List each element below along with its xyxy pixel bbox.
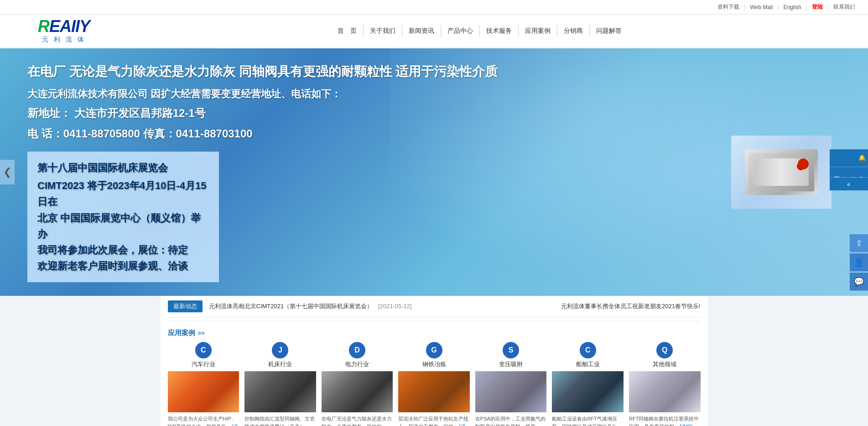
case-item-steel[interactable]: G 钢铁冶炼 层流冷却广泛应用于热轧生产线上，层流水无都有一定的... [详细] (398, 342, 470, 426)
case-label-transform: 变压吸附 (499, 360, 523, 368)
divider1 (168, 321, 701, 321)
case-img-power (322, 371, 393, 412)
service-label-bell: 🔔 (830, 149, 868, 167)
main-nav: 首 页 关于我们 新闻资讯 产品中心 技术服务 应用案例 分销商 问题解答 (119, 25, 841, 37)
english-link[interactable]: English (783, 4, 801, 11)
case-img-ship (552, 371, 624, 412)
nav-news[interactable]: 新闻资讯 (402, 25, 441, 37)
ticker-item1-text: 元利流体亮相北京CIMT2021（第十七届中国国际机床展览会） (209, 303, 373, 310)
case-item-power[interactable]: D 电力行业 在电厂无论是气力除灰还是水力除灰，介质中都有一定的粉... [详细… (322, 342, 393, 426)
hero-title: 在电厂 无论是气力除灰还是水力除灰 同轴阀具有更强的耐颗粒性 适用于污染性介质 (27, 62, 841, 81)
case-item-other[interactable]: Q 其他领域 RFT同轴阀在磨拉机注塑系统中应用，具有更强的耐... [详细] (629, 342, 701, 426)
case-icon-car: C (195, 342, 212, 358)
case-item-ship[interactable]: C 船舶工业 船舶工业设备由RFT气液增压泵、同轴阀以及减压阀以及S... [详… (552, 342, 624, 426)
main-content: 最新动态 元利流体亮相北京CIMT2021（第十七届中国国际机床展览会） [20… (0, 296, 868, 426)
ticker-label: 最新动态 (168, 300, 203, 312)
case-img-machine (244, 371, 316, 412)
ticker-item1-date: [2021-05-12] (378, 303, 412, 310)
chat-float-button[interactable]: 💬 (850, 273, 868, 291)
hero-phone: 电 话：0411-88705800 传真：0411-88703100 (27, 125, 841, 142)
nav-products[interactable]: 产品中心 (441, 25, 480, 37)
case-label-power: 电力行业 (345, 360, 369, 368)
nav-cases[interactable]: 应用案例 (519, 25, 557, 37)
ticker-item2[interactable]: 元利流体董事长携全体员工祝新老朋友2021春节快乐! (561, 302, 701, 310)
case-item-machine[interactable]: J 机床行业 控制阀组由汇流型同轴阀、主管路或支管路流量计（开关）... [详细… (244, 342, 316, 426)
case-label-machine: 机床行业 (268, 360, 292, 368)
case-img-car (168, 371, 239, 412)
case-item-car[interactable]: C 汽车行业 我公司是为大众公司生产HIP、RIP系统的企业，根据多年... [… (168, 342, 239, 426)
prev-slide-button[interactable]: ❮ (0, 160, 15, 184)
app-cases-title: 应用案例 (168, 329, 195, 337)
hero-line2: 大连元利流体技术有限公司 因扩大经营需要变更经营地址、电话如下： (27, 86, 841, 102)
service-text-label: 在线客服 (833, 172, 865, 173)
case-img-steel (398, 371, 470, 412)
service-collapse-button[interactable]: « (830, 178, 868, 190)
case-img-other (629, 371, 701, 412)
case-desc-other: RFT同轴阀在磨拉机注塑系统中应用，具有更强的耐... [详细] (629, 415, 701, 426)
infobox-line1: CIMT2023 将于2023年4月10日-4月15日在 (37, 178, 209, 210)
nav-service[interactable]: 技术服务 (480, 25, 519, 37)
hero-infobox: 第十八届中国国际机床展览会 CIMT2023 将于2023年4月10日-4月15… (27, 152, 219, 282)
app-cases-grid: C 汽车行业 我公司是为大众公司生产HIP、RIP系统的企业，根据多年... [… (168, 342, 701, 426)
infobox-line3: 我司将参加此次展会，展位：待定 (37, 242, 209, 258)
login-link[interactable]: 登陆 (812, 3, 823, 11)
case-img-transform (475, 371, 547, 412)
logo-sub: 元 利 流 体 (42, 36, 86, 44)
nav-about[interactable]: 关于我们 (364, 25, 402, 37)
app-cases-arrow[interactable]: >> (198, 330, 205, 337)
nav-distributor[interactable]: 分销商 (557, 25, 590, 37)
right-float-buttons: ⇧ 👤 💬 (850, 234, 868, 291)
logo[interactable]: REAIIY 元 利 流 体 (27, 18, 100, 44)
online-service-sidebar: 🔔 在线客服 « (830, 149, 868, 190)
share-float-button[interactable]: ⇧ (850, 234, 868, 252)
case-desc-ship: 船舶工业设备由RFT气液增压泵、同轴阀以及减压阀以及S... [详细] (552, 415, 624, 426)
content-inner: 最新动态 元利流体亮相北京CIMT2021（第十七届中国国际机床展览会） [20… (161, 296, 708, 426)
online-service-text[interactable]: 在线客服 (830, 167, 868, 178)
nav-faq[interactable]: 问题解答 (590, 25, 628, 37)
case-icon-other: Q (656, 342, 673, 358)
case-label-other: 其他领域 (653, 360, 676, 368)
nav-home[interactable]: 首 页 (331, 25, 364, 37)
case-link-other[interactable]: [详细] (680, 424, 692, 426)
logo-main: REAIIY (38, 18, 90, 35)
ticker-item1[interactable]: 元利流体亮相北京CIMT2021（第十七届中国国际机床展览会） [2021-05… (209, 302, 412, 310)
infobox-title: 第十八届中国国际机床展览会 (37, 160, 209, 176)
news-ticker: 最新动态 元利流体亮相北京CIMT2021（第十七届中国国际机床展览会） [20… (168, 296, 701, 317)
case-item-transform[interactable]: S 变压吸附 在PSA的应用中，工业用氮气的制取是以空气为原料，将其... [详… (475, 342, 547, 426)
contact-link[interactable]: 联系我们 (833, 3, 855, 11)
app-cases-header: 应用案例 >> (168, 329, 701, 337)
case-desc-machine: 控制阀组由汇流型同轴阀、主管路或支管路流量计（开关）... [详细] (244, 415, 316, 426)
case-desc-car: 我公司是为大众公司生产HIP、RIP系统的企业，根据多年... [详细] (168, 415, 239, 426)
case-icon-steel: G (426, 342, 442, 358)
infobox-line2: 北京 中国国际展览中心（顺义馆）举办 (37, 210, 209, 242)
header: REAIIY 元 利 流 体 首 页 关于我们 新闻资讯 产品中心 技术服务 应… (0, 15, 868, 48)
user-float-button[interactable]: 👤 (850, 253, 868, 272)
case-icon-machine: J (272, 342, 288, 358)
top-bar: 资料下载 | Web Mail | English | 登陆 | 联系我们 (0, 0, 868, 15)
case-label-ship: 船舶工业 (576, 360, 600, 368)
case-desc-steel: 层流冷却广泛应用于热轧生产线上，层流水无都有一定的... [详细] (398, 415, 470, 426)
download-link[interactable]: 资料下载 (717, 3, 739, 11)
hero-address: 新地址： 大连市开发区昌邦路12-1号 (27, 105, 841, 122)
infobox-line4: 欢迎新老客户届时到展参观、洽谈 (37, 258, 209, 274)
hero-banner: ❮ 在电厂 无论是气力除灰还是水力除灰 同轴阀具有更强的耐颗粒性 适用于污染性介… (0, 48, 868, 296)
webmail-link[interactable]: Web Mail (750, 4, 773, 11)
case-label-car: 汽车行业 (192, 360, 215, 368)
case-icon-transform: S (503, 342, 519, 358)
case-desc-power: 在电厂无论是气力除灰还是水力除灰，介质中都有一定的粉... [详细] (322, 415, 393, 426)
case-icon-power: D (349, 342, 365, 358)
case-desc-transform: 在PSA的应用中，工业用氮气的制取是以空气为原料，将其... [详细] (475, 415, 547, 426)
case-label-steel: 钢铁冶炼 (422, 360, 446, 368)
hero-product-image (731, 136, 832, 209)
case-icon-ship: C (580, 342, 596, 358)
